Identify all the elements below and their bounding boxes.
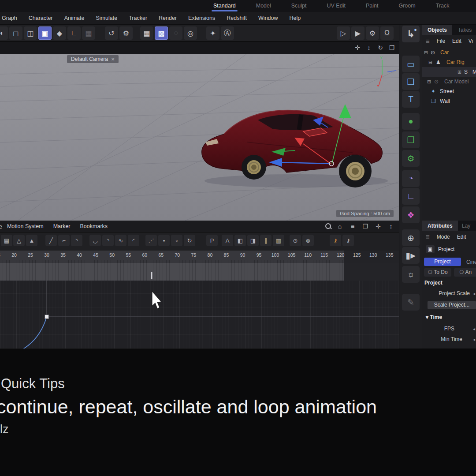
menu-character[interactable]: Character — [23, 12, 59, 25]
tree-item-car-rig[interactable]: ⊟♟Car Rig — [422, 57, 476, 67]
model-mode-icon[interactable]: ◆ — [53, 26, 66, 40]
lock-b-icon[interactable]: ◨ — [247, 235, 259, 246]
pan-hand-icon[interactable]: ✛ — [374, 222, 383, 231]
menu-animate[interactable]: Animate — [59, 12, 90, 25]
zero-angle-icon[interactable]: ⊙ — [290, 235, 301, 246]
filter-icon[interactable]: ≡ — [348, 222, 357, 231]
home-icon[interactable]: ⌂ — [335, 222, 344, 231]
menu-edit[interactable]: Edit — [452, 38, 461, 44]
expand-toggle-icon[interactable]: ⊞ — [427, 77, 431, 86]
menu-file[interactable]: File — [437, 38, 445, 44]
fields-gear-icon[interactable]: ⚙ — [402, 150, 420, 167]
grid-quantize-icon[interactable]: ▦ — [140, 26, 153, 40]
scroll-icon[interactable]: ↕ — [387, 222, 395, 231]
tweak-axis-icon[interactable]: ↳ — [402, 26, 420, 42]
dim-circle-icon[interactable]: ◌ — [169, 26, 182, 40]
cube-primitive-icon[interactable]: ❑ — [402, 73, 420, 90]
key-summary-icon[interactable]: ▤ — [1, 235, 12, 246]
hamburger-icon[interactable]: ≡ — [426, 37, 430, 45]
fcurve-area[interactable] — [0, 281, 399, 349]
tree-item-car-model[interactable]: ⊞⊙Car Model — [422, 77, 476, 86]
menu-redshift[interactable]: Redshift — [221, 12, 253, 25]
layout-tab-model[interactable]: Model — [253, 0, 274, 12]
spline-rectangle-icon[interactable]: ▭ — [402, 56, 420, 72]
key-line-icon[interactable]: ∥ — [260, 235, 271, 246]
viewport-canvas[interactable]: Y Default Camera ✕ Grid Spacing : 500 cm — [0, 54, 399, 221]
p-tool-icon[interactable]: P — [206, 235, 218, 246]
tab-project[interactable]: Project — [424, 258, 461, 266]
tab-attributes[interactable]: Attributes — [422, 221, 458, 231]
break-tangents-icon[interactable]: ⋰ — [145, 235, 157, 246]
tab-objects[interactable]: Objects — [422, 25, 452, 35]
ease-wave-icon[interactable]: ∿ — [115, 235, 126, 246]
tree-item-street[interactable]: ✦Street — [422, 86, 476, 96]
tree-item-m[interactable]: ⊞SM — [422, 67, 476, 77]
text-tool-icon[interactable]: T — [402, 91, 420, 108]
menu-graph[interactable]: Graph — [0, 12, 23, 25]
pan-hand-icon[interactable]: ✛ — [353, 43, 362, 52]
mograph-icon[interactable]: ❖ — [402, 206, 420, 223]
render-settings-icon[interactable]: ⚙ — [366, 26, 379, 40]
menu-edit[interactable]: Edit — [457, 234, 466, 240]
material-icon[interactable]: ✦ — [206, 26, 219, 40]
summary-track-lower[interactable] — [0, 272, 344, 281]
subdivision-surface-icon[interactable]: ● — [402, 113, 420, 130]
menu-help[interactable]: Help — [284, 12, 307, 25]
menu-render[interactable]: Render — [153, 12, 182, 25]
points-mode-icon[interactable]: ◻ — [9, 26, 22, 40]
ease-triangle-solid-icon[interactable]: ▲ — [26, 235, 37, 246]
menu-mode[interactable]: Mode — [437, 234, 450, 240]
render-view-icon[interactable]: ▷ — [337, 26, 350, 40]
workplane-icon[interactable]: ▦ — [82, 26, 95, 40]
polygons-mode-icon[interactable]: ▣ — [38, 26, 52, 40]
paint-pencil-icon[interactable]: ✎ — [402, 294, 420, 311]
tab-animate-cut[interactable]: ⚆ An — [454, 268, 476, 277]
scale-gear-icon[interactable]: ⚙ — [119, 26, 133, 40]
summary-track-upper[interactable] — [0, 263, 344, 272]
camera-menu-icon[interactable]: ✕ — [111, 57, 115, 62]
ease-in-icon[interactable]: ◜ — [128, 235, 139, 246]
timeline-menu-motion-system[interactable]: Motion System — [2, 220, 48, 233]
ease-triangle-up-icon[interactable]: △ — [13, 235, 25, 246]
hamburger-icon[interactable]: ≡ — [426, 233, 430, 240]
spinner-cut-icon[interactable]: ◂ — [473, 337, 475, 342]
ease-ease-icon[interactable]: ◡ — [89, 235, 101, 246]
zoom-icon[interactable] — [325, 223, 331, 229]
layout-tab-uv-edit[interactable]: UV Edit — [324, 0, 348, 12]
section-time[interactable]: ▾ Time — [426, 314, 442, 320]
maximize-view-icon[interactable]: ❐ — [387, 43, 396, 52]
zero-length-icon[interactable]: ⊚ — [302, 235, 314, 246]
menu-simulate[interactable]: Simulate — [90, 12, 123, 25]
layout-tab-groom[interactable]: Groom — [396, 0, 418, 12]
render-picture-viewer-icon[interactable]: ▶ — [351, 26, 364, 40]
dolly-icon[interactable]: ↕ — [364, 43, 373, 52]
snapping-icon[interactable]: ▩ — [155, 26, 168, 40]
loop-icon[interactable]: ↻ — [184, 235, 195, 246]
tree-item-car[interactable]: ⊟⊙Car — [422, 48, 476, 57]
timeline-ruler[interactable]: 1520253035404550556065707580859095100105… — [0, 251, 399, 263]
menu-tracker[interactable]: Tracker — [123, 12, 153, 25]
scale-project-button[interactable]: Scale Project... — [428, 301, 476, 309]
tree-item-wall[interactable]: ❑Wall — [422, 96, 476, 106]
layout-tab-standard[interactable]: Standard — [211, 0, 238, 12]
expand-toggle-icon[interactable]: ⊞ — [457, 67, 461, 77]
magnet-snap-icon[interactable]: Ω — [380, 26, 394, 40]
linear-interp-icon[interactable]: ╱ — [45, 235, 57, 246]
volume-builder-icon[interactable]: ❒ — [402, 131, 420, 148]
tab-takes[interactable]: Takes — [458, 25, 472, 35]
target-circle-icon[interactable]: ◎ — [184, 26, 197, 40]
environment-globe-icon[interactable]: ⊕ — [402, 229, 420, 246]
spline-interp-icon[interactable]: ◝ — [71, 235, 82, 246]
axis-modifier-icon[interactable]: ∟ — [402, 188, 420, 205]
spinner-cut-icon[interactable]: ◂ — [473, 326, 475, 331]
camera-icon[interactable]: ▮► — [402, 247, 420, 264]
tab-layers-cut[interactable]: Lay — [462, 221, 470, 231]
camera-label[interactable]: Default Camera ✕ — [67, 55, 119, 63]
tab-todo[interactable]: ⚆ To Do — [424, 268, 451, 277]
menu-window[interactable]: Window — [253, 12, 283, 25]
rotate-view-icon[interactable]: ↻ — [376, 43, 385, 52]
rotate-tool-icon[interactable]: ↺ — [105, 26, 118, 40]
menu-extensions[interactable]: Extensions — [182, 12, 221, 25]
mode-icon-partial[interactable]: ◖ — [0, 26, 8, 40]
axis-mode-icon[interactable]: ∟ — [67, 26, 81, 40]
